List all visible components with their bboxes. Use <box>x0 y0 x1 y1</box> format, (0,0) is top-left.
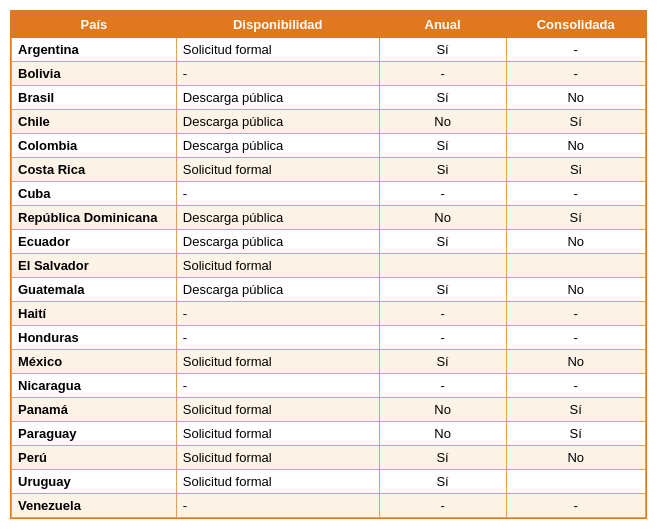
cell-pais: Panamá <box>12 398 177 422</box>
cell-pais: Nicaragua <box>12 374 177 398</box>
cell-anual: Sí <box>379 230 506 254</box>
table-row: MéxicoSolicitud formalSíNo <box>12 350 646 374</box>
cell-pais: Ecuador <box>12 230 177 254</box>
table-row: Haití--- <box>12 302 646 326</box>
cell-pais: Uruguay <box>12 470 177 494</box>
cell-anual: No <box>379 398 506 422</box>
cell-consolidada: Sí <box>506 422 646 446</box>
cell-consolidada: - <box>506 62 646 86</box>
cell-pais: Honduras <box>12 326 177 350</box>
cell-anual: - <box>379 374 506 398</box>
cell-pais: Costa Rica <box>12 158 177 182</box>
table-row: BrasilDescarga públicaSíNo <box>12 86 646 110</box>
cell-pais: Perú <box>12 446 177 470</box>
header-row: País Disponibilidad Anual Consolidada <box>12 12 646 38</box>
cell-anual: No <box>379 206 506 230</box>
cell-consolidada: - <box>506 374 646 398</box>
cell-pais: Venezuela <box>12 494 177 518</box>
table-row: Honduras--- <box>12 326 646 350</box>
table-row: ArgentinaSolicitud formalSí- <box>12 38 646 62</box>
data-table: País Disponibilidad Anual Consolidada Ar… <box>11 11 646 518</box>
cell-pais: Cuba <box>12 182 177 206</box>
cell-anual: Sí <box>379 86 506 110</box>
cell-disponibilidad: Solicitud formal <box>176 446 379 470</box>
table-row: EcuadorDescarga públicaSíNo <box>12 230 646 254</box>
cell-pais: Haití <box>12 302 177 326</box>
cell-anual: Sí <box>379 350 506 374</box>
cell-anual: No <box>379 110 506 134</box>
cell-anual: No <box>379 422 506 446</box>
table-row: GuatemalaDescarga públicaSíNo <box>12 278 646 302</box>
cell-pais: Guatemala <box>12 278 177 302</box>
cell-disponibilidad: Solicitud formal <box>176 398 379 422</box>
cell-disponibilidad: Solicitud formal <box>176 38 379 62</box>
cell-disponibilidad: - <box>176 326 379 350</box>
cell-anual: - <box>379 62 506 86</box>
cell-consolidada <box>506 470 646 494</box>
table-row: ChileDescarga públicaNoSí <box>12 110 646 134</box>
table-row: PanamáSolicitud formalNoSí <box>12 398 646 422</box>
cell-pais: Paraguay <box>12 422 177 446</box>
cell-disponibilidad: Descarga pública <box>176 86 379 110</box>
header-anual: Anual <box>379 12 506 38</box>
cell-anual: - <box>379 302 506 326</box>
cell-anual: Sí <box>379 134 506 158</box>
cell-consolidada: Sí <box>506 206 646 230</box>
cell-consolidada: No <box>506 86 646 110</box>
cell-pais: El Salvador <box>12 254 177 278</box>
cell-disponibilidad: - <box>176 302 379 326</box>
cell-consolidada: - <box>506 302 646 326</box>
table-row: UruguaySolicitud formalSí <box>12 470 646 494</box>
cell-consolidada: - <box>506 38 646 62</box>
table-row: Costa RicaSolicitud formalSiSi <box>12 158 646 182</box>
cell-pais: Argentina <box>12 38 177 62</box>
cell-disponibilidad: Descarga pública <box>176 278 379 302</box>
cell-disponibilidad: - <box>176 62 379 86</box>
cell-consolidada: Si <box>506 158 646 182</box>
cell-anual: Sí <box>379 278 506 302</box>
cell-disponibilidad: - <box>176 182 379 206</box>
table-row: Bolivia--- <box>12 62 646 86</box>
cell-pais: Bolivia <box>12 62 177 86</box>
header-consolidada: Consolidada <box>506 12 646 38</box>
table-row: Nicaragua--- <box>12 374 646 398</box>
cell-disponibilidad: Solicitud formal <box>176 350 379 374</box>
cell-disponibilidad: - <box>176 494 379 518</box>
cell-disponibilidad: Descarga pública <box>176 206 379 230</box>
table-row: República DominicanaDescarga públicaNoSí <box>12 206 646 230</box>
cell-disponibilidad: Descarga pública <box>176 134 379 158</box>
cell-anual: Si <box>379 158 506 182</box>
cell-anual <box>379 254 506 278</box>
cell-consolidada: No <box>506 278 646 302</box>
cell-anual: - <box>379 494 506 518</box>
table-row: Venezuela--- <box>12 494 646 518</box>
cell-consolidada: - <box>506 494 646 518</box>
cell-consolidada: No <box>506 134 646 158</box>
cell-pais: República Dominicana <box>12 206 177 230</box>
cell-consolidada: Sí <box>506 398 646 422</box>
cell-anual: - <box>379 182 506 206</box>
table-row: Cuba--- <box>12 182 646 206</box>
table-row: PerúSolicitud formalSíNo <box>12 446 646 470</box>
cell-disponibilidad: Descarga pública <box>176 110 379 134</box>
cell-disponibilidad: - <box>176 374 379 398</box>
header-disponibilidad: Disponibilidad <box>176 12 379 38</box>
cell-pais: Chile <box>12 110 177 134</box>
table-row: ParaguaySolicitud formalNoSí <box>12 422 646 446</box>
cell-consolidada: No <box>506 230 646 254</box>
header-pais: País <box>12 12 177 38</box>
cell-anual: - <box>379 326 506 350</box>
cell-disponibilidad: Solicitud formal <box>176 158 379 182</box>
cell-anual: Sí <box>379 38 506 62</box>
cell-consolidada: Sí <box>506 110 646 134</box>
cell-anual: Sí <box>379 470 506 494</box>
cell-disponibilidad: Solicitud formal <box>176 470 379 494</box>
cell-anual: Sí <box>379 446 506 470</box>
cell-pais: Brasil <box>12 86 177 110</box>
cell-consolidada: No <box>506 350 646 374</box>
cell-consolidada: - <box>506 326 646 350</box>
cell-disponibilidad: Solicitud formal <box>176 254 379 278</box>
cell-pais: Colombia <box>12 134 177 158</box>
cell-consolidada <box>506 254 646 278</box>
main-table-wrapper: País Disponibilidad Anual Consolidada Ar… <box>10 10 647 519</box>
